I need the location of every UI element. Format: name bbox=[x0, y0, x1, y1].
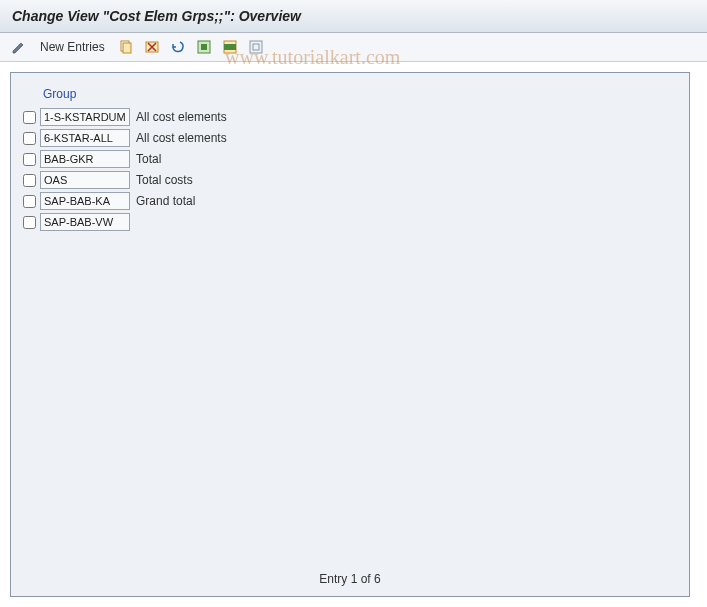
copy-icon[interactable] bbox=[117, 38, 135, 56]
toolbar: New Entries bbox=[0, 33, 707, 62]
toggle-edit-icon[interactable] bbox=[10, 38, 28, 56]
delete-icon[interactable] bbox=[143, 38, 161, 56]
group-desc: Total bbox=[136, 152, 161, 166]
new-entries-button[interactable]: New Entries bbox=[36, 40, 109, 54]
table-row: SAP-BAB-VW bbox=[23, 212, 677, 232]
group-code-field[interactable]: SAP-BAB-VW bbox=[40, 213, 130, 231]
group-code-field[interactable]: 1-S-KSTARDUM bbox=[40, 108, 130, 126]
svg-rect-1 bbox=[123, 43, 131, 53]
group-code-field[interactable]: OAS bbox=[40, 171, 130, 189]
group-code-field[interactable]: BAB-GKR bbox=[40, 150, 130, 168]
svg-rect-4 bbox=[201, 44, 207, 50]
row-select-checkbox[interactable] bbox=[23, 111, 36, 124]
entry-counter: Entry 1 of 6 bbox=[11, 572, 689, 586]
table-row: 6-KSTAR-ALL All cost elements bbox=[23, 128, 677, 148]
table-row: SAP-BAB-KA Grand total bbox=[23, 191, 677, 211]
group-rows: 1-S-KSTARDUM All cost elements 6-KSTAR-A… bbox=[23, 107, 677, 232]
table-row: BAB-GKR Total bbox=[23, 149, 677, 169]
undo-icon[interactable] bbox=[169, 38, 187, 56]
content-area: Group 1-S-KSTARDUM All cost elements 6-K… bbox=[0, 62, 707, 607]
select-block-icon[interactable] bbox=[221, 38, 239, 56]
group-desc: All cost elements bbox=[136, 131, 227, 145]
deselect-all-icon[interactable] bbox=[247, 38, 265, 56]
table-row: 1-S-KSTARDUM All cost elements bbox=[23, 107, 677, 127]
row-select-checkbox[interactable] bbox=[23, 132, 36, 145]
row-select-checkbox[interactable] bbox=[23, 216, 36, 229]
row-select-checkbox[interactable] bbox=[23, 174, 36, 187]
select-all-icon[interactable] bbox=[195, 38, 213, 56]
group-column-header: Group bbox=[23, 87, 677, 101]
row-select-checkbox[interactable] bbox=[23, 153, 36, 166]
group-panel: Group 1-S-KSTARDUM All cost elements 6-K… bbox=[10, 72, 690, 597]
svg-rect-6 bbox=[224, 44, 236, 50]
page-title: Change View "Cost Elem Grps;;": Overview bbox=[0, 0, 707, 33]
row-select-checkbox[interactable] bbox=[23, 195, 36, 208]
group-code-field[interactable]: SAP-BAB-KA bbox=[40, 192, 130, 210]
svg-rect-7 bbox=[250, 41, 262, 53]
table-row: OAS Total costs bbox=[23, 170, 677, 190]
group-code-field[interactable]: 6-KSTAR-ALL bbox=[40, 129, 130, 147]
group-desc: Total costs bbox=[136, 173, 193, 187]
group-desc: Grand total bbox=[136, 194, 195, 208]
group-desc: All cost elements bbox=[136, 110, 227, 124]
